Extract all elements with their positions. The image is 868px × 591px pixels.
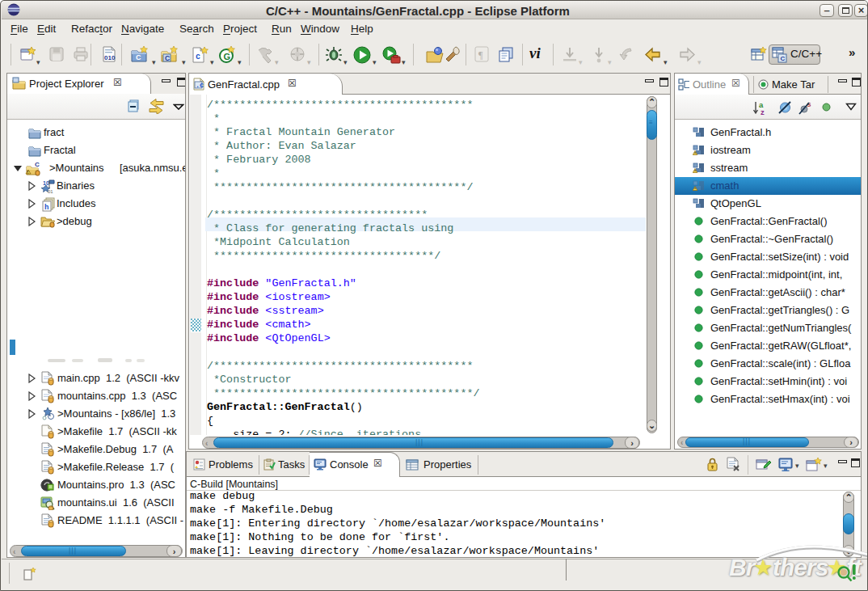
- svg-text:c: c: [196, 53, 200, 61]
- svg-text:01: 01: [48, 189, 53, 194]
- svg-text:C: C: [165, 54, 170, 62]
- svg-text:!: !: [27, 170, 29, 175]
- svg-text:h: h: [44, 204, 48, 212]
- svg-text:G: G: [224, 52, 231, 61]
- svg-text:¶: ¶: [478, 49, 483, 61]
- svg-text:z: z: [761, 108, 765, 116]
- svg-text:C: C: [136, 53, 141, 61]
- svg-text:010: 010: [104, 54, 116, 61]
- svg-text:C: C: [35, 161, 40, 168]
- svg-text:C: C: [781, 55, 786, 62]
- svg-text:.c: .c: [196, 82, 204, 90]
